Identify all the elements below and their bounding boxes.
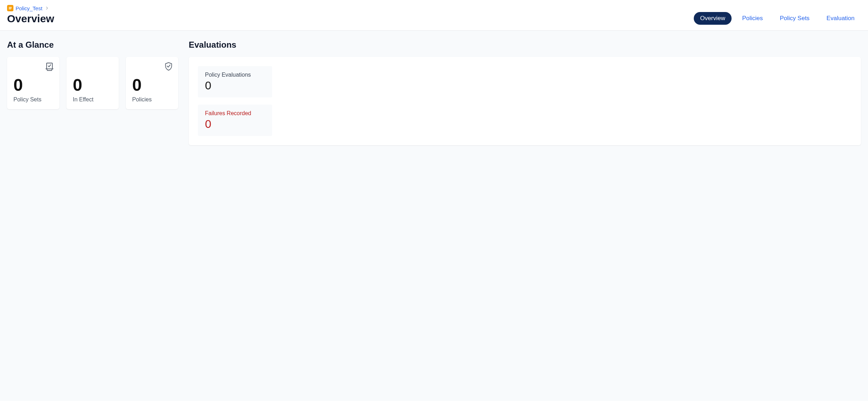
breadcrumb: Policy_Test: [7, 5, 54, 11]
tab-overview[interactable]: Overview: [694, 12, 732, 25]
eval-box-policy-evaluations: Policy Evaluations 0: [198, 66, 272, 97]
tab-policies[interactable]: Policies: [736, 12, 769, 25]
glance-label: Policies: [132, 96, 172, 103]
eval-label: Failures Recorded: [205, 110, 265, 117]
page-title: Overview: [7, 13, 54, 25]
evaluations-title: Evaluations: [189, 40, 861, 50]
shield-check-icon: [164, 62, 173, 72]
policy-app-icon: [7, 5, 13, 11]
glance-value: 0: [13, 77, 53, 94]
vote-check-icon: [45, 62, 54, 73]
glance-cards: 0 Policy Sets 0 In Effect 0 Policies: [7, 57, 178, 109]
tab-evaluation[interactable]: Evaluation: [820, 12, 861, 25]
glance-card-policy-sets: 0 Policy Sets: [7, 57, 59, 109]
eval-value: 0: [205, 79, 265, 92]
evaluations-section: Evaluations Policy Evaluations 0 Failure…: [189, 40, 861, 145]
header-left: Policy_Test Overview: [7, 5, 54, 25]
breadcrumb-link[interactable]: Policy_Test: [16, 5, 42, 11]
glance-value: 0: [73, 77, 112, 94]
glance-card-policies: 0 Policies: [126, 57, 178, 109]
glance-label: In Effect: [73, 96, 112, 103]
eval-box-failures-recorded: Failures Recorded 0: [198, 105, 272, 136]
at-a-glance-section: At a Glance 0 Policy Sets 0 In Effect: [7, 40, 178, 109]
evaluations-panel: Policy Evaluations 0 Failures Recorded 0: [189, 57, 861, 145]
glance-title: At a Glance: [7, 40, 178, 50]
eval-label: Policy Evaluations: [205, 72, 265, 78]
glance-label: Policy Sets: [13, 96, 53, 103]
glance-card-in-effect: 0 In Effect: [66, 57, 119, 109]
page-header: Policy_Test Overview Overview Policies P…: [0, 0, 868, 31]
nav-tabs: Overview Policies Policy Sets Evaluation: [694, 12, 861, 25]
eval-value: 0: [205, 118, 265, 130]
glance-value: 0: [132, 77, 172, 94]
chevron-right-icon: [45, 6, 49, 11]
tab-policy-sets[interactable]: Policy Sets: [774, 12, 816, 25]
content-area: At a Glance 0 Policy Sets 0 In Effect: [0, 31, 868, 401]
